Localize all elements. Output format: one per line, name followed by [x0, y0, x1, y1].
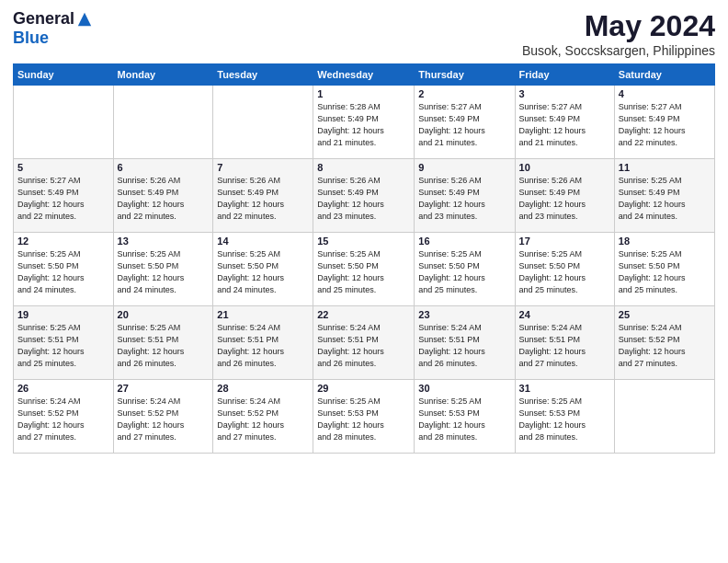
calendar-cell: 2Sunrise: 5:27 AM Sunset: 5:49 PM Daylig…: [415, 86, 515, 159]
calendar-week-row: 19Sunrise: 5:25 AM Sunset: 5:51 PM Dayli…: [14, 306, 715, 380]
day-number: 26: [17, 383, 109, 394]
day-number: 7: [217, 162, 309, 173]
calendar-cell: 18Sunrise: 5:25 AM Sunset: 5:50 PM Dayli…: [614, 233, 714, 306]
calendar-cell: 31Sunrise: 5:25 AM Sunset: 5:53 PM Dayli…: [515, 380, 614, 454]
day-number: 22: [317, 309, 410, 320]
day-number: 23: [418, 309, 510, 320]
day-info: Sunrise: 5:24 AM Sunset: 5:52 PM Dayligh…: [619, 322, 711, 370]
calendar-header-thursday: Thursday: [415, 64, 515, 86]
calendar-week-row: 5Sunrise: 5:27 AM Sunset: 5:49 PM Daylig…: [14, 159, 715, 233]
day-number: 19: [17, 309, 109, 320]
calendar-cell: 10Sunrise: 5:26 AM Sunset: 5:49 PM Dayli…: [515, 159, 614, 233]
calendar-cell: 9Sunrise: 5:26 AM Sunset: 5:49 PM Daylig…: [415, 159, 515, 233]
day-info: Sunrise: 5:24 AM Sunset: 5:51 PM Dayligh…: [519, 322, 610, 370]
day-info: Sunrise: 5:25 AM Sunset: 5:51 PM Dayligh…: [17, 322, 109, 370]
day-info: Sunrise: 5:25 AM Sunset: 5:50 PM Dayligh…: [619, 248, 711, 296]
day-info: Sunrise: 5:24 AM Sunset: 5:52 PM Dayligh…: [17, 396, 109, 443]
day-info: Sunrise: 5:25 AM Sunset: 5:50 PM Dayligh…: [118, 248, 210, 296]
calendar-header-monday: Monday: [113, 64, 213, 86]
calendar-header-row: SundayMondayTuesdayWednesdayThursdayFrid…: [14, 64, 715, 86]
day-number: 21: [217, 309, 309, 320]
calendar-cell: 22Sunrise: 5:24 AM Sunset: 5:51 PM Dayli…: [313, 306, 415, 380]
day-info: Sunrise: 5:25 AM Sunset: 5:50 PM Dayligh…: [17, 248, 109, 296]
calendar-cell: 11Sunrise: 5:25 AM Sunset: 5:49 PM Dayli…: [614, 159, 714, 233]
day-info: Sunrise: 5:25 AM Sunset: 5:51 PM Dayligh…: [118, 322, 210, 370]
calendar-cell: 29Sunrise: 5:25 AM Sunset: 5:53 PM Dayli…: [313, 380, 415, 454]
day-info: Sunrise: 5:25 AM Sunset: 5:53 PM Dayligh…: [519, 396, 610, 443]
calendar-cell: 25Sunrise: 5:24 AM Sunset: 5:52 PM Dayli…: [614, 306, 714, 380]
calendar-cell: 24Sunrise: 5:24 AM Sunset: 5:51 PM Dayli…: [515, 306, 614, 380]
day-info: Sunrise: 5:25 AM Sunset: 5:50 PM Dayligh…: [519, 248, 610, 296]
day-number: 20: [118, 309, 210, 320]
day-number: 6: [118, 162, 210, 173]
calendar-cell: 1Sunrise: 5:28 AM Sunset: 5:49 PM Daylig…: [313, 86, 415, 159]
logo: General Blue: [13, 9, 93, 48]
day-info: Sunrise: 5:26 AM Sunset: 5:49 PM Dayligh…: [418, 175, 510, 223]
calendar-cell: 30Sunrise: 5:25 AM Sunset: 5:53 PM Dayli…: [415, 380, 515, 454]
month-title: May 2024: [522, 9, 715, 43]
day-number: 2: [418, 88, 510, 99]
day-number: 29: [317, 383, 410, 394]
calendar-week-row: 26Sunrise: 5:24 AM Sunset: 5:52 PM Dayli…: [14, 380, 715, 454]
day-info: Sunrise: 5:27 AM Sunset: 5:49 PM Dayligh…: [17, 175, 109, 223]
day-info: Sunrise: 5:24 AM Sunset: 5:51 PM Dayligh…: [317, 322, 410, 370]
day-number: 16: [418, 236, 510, 247]
day-info: Sunrise: 5:25 AM Sunset: 5:53 PM Dayligh…: [317, 396, 410, 443]
day-info: Sunrise: 5:25 AM Sunset: 5:50 PM Dayligh…: [317, 248, 410, 296]
day-number: 25: [619, 309, 711, 320]
day-info: Sunrise: 5:25 AM Sunset: 5:53 PM Dayligh…: [418, 396, 510, 443]
calendar-header-saturday: Saturday: [614, 64, 714, 86]
day-number: 10: [519, 162, 610, 173]
calendar-week-row: 12Sunrise: 5:25 AM Sunset: 5:50 PM Dayli…: [14, 233, 715, 306]
header: General Blue May 2024 Busok, Soccsksarge…: [13, 9, 715, 58]
day-info: Sunrise: 5:25 AM Sunset: 5:50 PM Dayligh…: [418, 248, 510, 296]
day-info: Sunrise: 5:25 AM Sunset: 5:49 PM Dayligh…: [619, 175, 711, 223]
calendar-cell: 7Sunrise: 5:26 AM Sunset: 5:49 PM Daylig…: [213, 159, 313, 233]
day-info: Sunrise: 5:28 AM Sunset: 5:49 PM Dayligh…: [317, 101, 410, 149]
day-info: Sunrise: 5:26 AM Sunset: 5:49 PM Dayligh…: [118, 175, 210, 223]
day-number: 13: [118, 236, 210, 247]
calendar-cell: 17Sunrise: 5:25 AM Sunset: 5:50 PM Dayli…: [515, 233, 614, 306]
logo-general: General: [13, 9, 74, 29]
day-number: 15: [317, 236, 410, 247]
calendar-header-sunday: Sunday: [14, 64, 114, 86]
calendar-cell: 14Sunrise: 5:25 AM Sunset: 5:50 PM Dayli…: [213, 233, 313, 306]
day-number: 12: [17, 236, 109, 247]
calendar-cell: 13Sunrise: 5:25 AM Sunset: 5:50 PM Dayli…: [113, 233, 213, 306]
calendar-week-row: 1Sunrise: 5:28 AM Sunset: 5:49 PM Daylig…: [14, 86, 715, 159]
calendar-cell: 8Sunrise: 5:26 AM Sunset: 5:49 PM Daylig…: [313, 159, 415, 233]
day-number: 8: [317, 162, 410, 173]
day-number: 31: [519, 383, 610, 394]
calendar-cell: 20Sunrise: 5:25 AM Sunset: 5:51 PM Dayli…: [113, 306, 213, 380]
calendar-cell: 5Sunrise: 5:27 AM Sunset: 5:49 PM Daylig…: [14, 159, 114, 233]
logo-icon: [76, 11, 93, 28]
day-number: 3: [519, 88, 610, 99]
day-info: Sunrise: 5:25 AM Sunset: 5:50 PM Dayligh…: [217, 248, 309, 296]
calendar-cell: 3Sunrise: 5:27 AM Sunset: 5:49 PM Daylig…: [515, 86, 614, 159]
calendar-cell: 26Sunrise: 5:24 AM Sunset: 5:52 PM Dayli…: [14, 380, 114, 454]
day-info: Sunrise: 5:26 AM Sunset: 5:49 PM Dayligh…: [317, 175, 410, 223]
calendar-cell: 23Sunrise: 5:24 AM Sunset: 5:51 PM Dayli…: [415, 306, 515, 380]
day-info: Sunrise: 5:24 AM Sunset: 5:52 PM Dayligh…: [118, 396, 210, 443]
day-number: 1: [317, 88, 410, 99]
day-number: 11: [619, 162, 711, 173]
day-info: Sunrise: 5:24 AM Sunset: 5:51 PM Dayligh…: [418, 322, 510, 370]
day-number: 5: [17, 162, 109, 173]
day-info: Sunrise: 5:27 AM Sunset: 5:49 PM Dayligh…: [619, 101, 711, 149]
day-info: Sunrise: 5:24 AM Sunset: 5:51 PM Dayligh…: [217, 322, 309, 370]
calendar-header-wednesday: Wednesday: [313, 64, 415, 86]
day-number: 9: [418, 162, 510, 173]
location: Busok, Soccsksargen, Philippines: [522, 43, 715, 58]
day-info: Sunrise: 5:24 AM Sunset: 5:52 PM Dayligh…: [217, 396, 309, 443]
svg-marker-0: [78, 12, 91, 25]
calendar-header-tuesday: Tuesday: [213, 64, 313, 86]
day-info: Sunrise: 5:26 AM Sunset: 5:49 PM Dayligh…: [519, 175, 610, 223]
calendar-cell: 21Sunrise: 5:24 AM Sunset: 5:51 PM Dayli…: [213, 306, 313, 380]
calendar-cell: 28Sunrise: 5:24 AM Sunset: 5:52 PM Dayli…: [213, 380, 313, 454]
logo-blue: Blue: [13, 29, 49, 47]
calendar-cell: [113, 86, 213, 159]
day-info: Sunrise: 5:27 AM Sunset: 5:49 PM Dayligh…: [418, 101, 510, 149]
calendar-cell: 19Sunrise: 5:25 AM Sunset: 5:51 PM Dayli…: [14, 306, 114, 380]
calendar-cell: 12Sunrise: 5:25 AM Sunset: 5:50 PM Dayli…: [14, 233, 114, 306]
calendar-header-friday: Friday: [515, 64, 614, 86]
